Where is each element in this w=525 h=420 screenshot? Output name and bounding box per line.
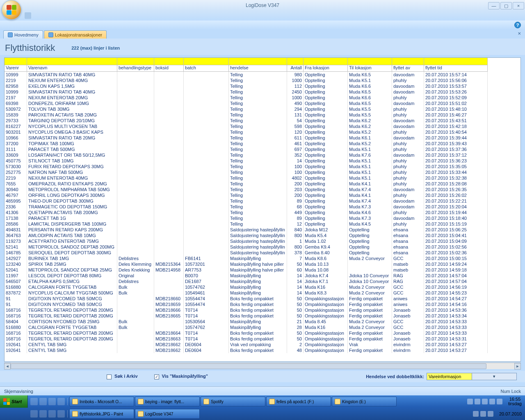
table-row[interactable]: 82958EXELON KAPS 1,5MGTelling112Opptelli… <box>5 83 520 89</box>
ql-icon[interactable] <box>30 410 38 418</box>
table-row[interactable]: 546507ETALPHA KAPS 0,5MCGDeblistresDE168… <box>5 278 520 284</box>
column-filter-cell[interactable] <box>424 58 488 65</box>
qat-item[interactable] <box>25 12 31 19</box>
taskbar-app-button[interactable]: flytthistorikk.JPG - Paint <box>69 409 134 419</box>
taskbar-app-button[interactable]: Kingston (E:) <box>332 397 397 406</box>
column-header[interactable]: Antall <box>287 65 304 72</box>
column-filter-cell[interactable] <box>27 58 117 65</box>
table-row[interactable]: 30940METOPROLOL NMPHARMA TAB 50MGTelling… <box>5 187 520 192</box>
table-row[interactable]: 69398DONEPEZIL ORIFARM 10MGTelling490Opp… <box>5 100 520 106</box>
scroll-left-arrow[interactable]: ◄ <box>4 363 11 370</box>
column-header[interactable]: Varenavn <box>27 65 117 72</box>
table-row[interactable]: 11997LESCOL DEPOT DEPOTTAB 80MGOriginalB… <box>5 273 520 278</box>
table-row[interactable]: 7655OMEPRAZOL RATIO ENTKAPS 20MGTelling2… <box>5 181 520 187</box>
ql-icon[interactable] <box>57 410 65 418</box>
table-row[interactable]: 816227NYCOPLUS MULTI VOKSEN TABTelling59… <box>5 123 520 129</box>
table-row[interactable]: 142927BURINEX TAB 1MGDeblistresFB6141Mas… <box>5 256 520 261</box>
column-header[interactable]: boksid <box>154 65 184 72</box>
show-fill-checkbox[interactable] <box>154 374 159 379</box>
column-header[interactable]: flyttet av <box>392 65 424 72</box>
column-filter-cell[interactable] <box>184 58 229 65</box>
table-row[interactable]: 46797ORFIRIL LONG DEPOTKAPS 300MGTelling… <box>5 192 520 198</box>
table-row[interactable]: 450775STILNOCT TAB 10MGTelling14Opptelli… <box>5 158 520 164</box>
table-row[interactable]: 516880CALCIGRAN FORTE TYGGETABBulk105747… <box>5 324 520 330</box>
table-row[interactable]: 168716TEGRETOL RETARD DEPOTTAB 200MGMDB2… <box>5 313 520 319</box>
minimize-button[interactable]: — <box>488 2 500 9</box>
ql-icon[interactable] <box>57 398 65 405</box>
taskbar-app-button[interactable]: LogiDose V347 <box>135 409 200 419</box>
table-row[interactable]: 10999SIMVASTATIN RATIO TAB 40MGTelling24… <box>5 89 520 95</box>
table-row[interactable]: 2336TRAMAGETIC OD DEPOTTAB 150MGTelling6… <box>5 204 520 210</box>
scroll-thumb[interactable] <box>11 363 486 369</box>
table-row[interactable]: 52041METOPROLOL SANDOZ DEPTAB 25MGDeles … <box>5 267 520 273</box>
grid-body[interactable]: 10999SIMVASTATIN RATIO TAB 40MGTelling98… <box>5 72 520 361</box>
column-header[interactable]: flyttet tid <box>424 65 488 72</box>
column-filter-cell[interactable] <box>287 58 304 65</box>
tray-icon[interactable] <box>497 399 502 404</box>
ql-icon[interactable] <box>39 410 47 418</box>
column-filter-cell[interactable] <box>348 58 392 65</box>
table-row[interactable]: 29733TARGINIQ DEPOTTAB 20/10MGTelling54O… <box>5 118 520 123</box>
table-row[interactable]: 252775NATRON NAF TAB 500MGTelling100Oppt… <box>5 169 520 175</box>
table-row[interactable]: 91DIGITOXIN NYCOMED TAB 50MCGMDB21866010… <box>5 296 520 301</box>
column-header[interactable]: Varenr <box>5 65 27 72</box>
table-row[interactable]: 364763AMLODIPIN ACTAVIS TAB 10MGSaldojus… <box>5 233 520 238</box>
table-row[interactable]: 28586LAMICTAL DISPERGERB TAB 100MGTellin… <box>5 221 520 227</box>
taskbar-app-button[interactable]: felles på apodc1 (F:) <box>266 397 331 406</box>
table-row[interactable]: 837872NYCOPLUS CALCIUM TYGGTAB 500MGBulk… <box>5 290 520 296</box>
table-row[interactable]: 168716TEGRETOL RETARD DEPOTTAB 200MGMDB2… <box>5 307 520 313</box>
office-orb-button[interactable] <box>2 0 21 20</box>
column-header[interactable]: behandlingstype <box>117 65 154 72</box>
table-row[interactable]: 17138PARACET TAB 1GTelling89OpptellingMu… <box>5 215 520 221</box>
ql-icon[interactable] <box>30 398 38 405</box>
table-row[interactable]: 119273ACETYRATIO ENTEROTAB 75MGSaldojust… <box>5 238 520 244</box>
table-row[interactable]: 33609LOSARTAN/HCT ORI TAB 50/12,5MGTelli… <box>5 152 520 158</box>
help-icon[interactable]: ? <box>514 22 521 28</box>
table-row[interactable]: 168716TEGRETOL RETARD DEPOTTAB 200MGMDB2… <box>5 330 520 336</box>
table-row[interactable]: 2219NEXIUM ENTEROTAB 40MGTelling4802Oppt… <box>5 175 520 181</box>
tray-icon[interactable] <box>482 399 488 404</box>
table-row[interactable]: 123240SPIRIX TAB 25MGDeles KlemmingMDB21… <box>5 261 520 267</box>
table-row[interactable]: 516880CALCIGRAN FORTE TYGGETABBulk105747… <box>5 284 520 290</box>
archive-checkbox[interactable] <box>107 374 112 379</box>
taskbar-clock[interactable]: 16:55 tirsdag <box>505 397 525 406</box>
start-button[interactable]: Start <box>0 395 28 408</box>
column-filter-cell[interactable] <box>154 58 184 65</box>
table-row[interactable]: 91DIGITOXIN NYCOMED TAB 50MCGMDB21865910… <box>5 301 520 307</box>
table-row[interactable]: 15839PAROXETIN ACTAVIS TAB 20MGTelling13… <box>5 112 520 118</box>
column-header[interactable]: Til lokasjon <box>348 65 392 72</box>
tray-icon[interactable] <box>480 411 486 417</box>
dblclick-combo[interactable]: Vareinformasjon ▼ <box>427 373 517 380</box>
taskbar-app-button[interactable]: Innboks - Microsoft O... <box>69 397 134 406</box>
column-header[interactable]: hendelse <box>229 65 287 72</box>
tab-close-button[interactable]: × <box>518 30 521 37</box>
tray-icon[interactable] <box>489 399 495 404</box>
table-row[interactable]: 41306QUETIAPIN ACTAVIS TAB 200MGTelling4… <box>5 210 520 215</box>
table-row[interactable]: 903201NYCOPLUS OMEGA-3 BASIC KAPSTelling… <box>5 129 520 135</box>
column-filter-cell[interactable] <box>392 58 424 65</box>
table-row[interactable]: 530972TOLVON TAB 30MGTelling294Opptellin… <box>5 106 520 112</box>
table-row[interactable]: 52141METOPROLOL SANDOZ DEPTAB 200MGSaldo… <box>5 244 520 250</box>
table-row[interactable]: 485995THEO-DUR DEPOTTAB 300MGTelling89Op… <box>5 198 520 204</box>
grid-filter-blank-row[interactable] <box>5 58 520 65</box>
close-button[interactable]: × <box>513 2 524 9</box>
tray-icon[interactable] <box>488 411 493 417</box>
table-row[interactable]: 10966SIMVASTATIN RATIO TAB 20MGTelling61… <box>5 135 520 141</box>
column-filter-cell[interactable] <box>117 58 154 65</box>
tab-lokasjonstransaksjoner[interactable]: Lokasjonstransaksjoner <box>44 30 107 39</box>
table-row[interactable]: 146785SEROQUEL DEPOT DEPOTTAB 300MGSaldo… <box>5 250 520 256</box>
column-header[interactable]: batch <box>184 65 229 72</box>
tab-hovedmeny[interactable]: Hovedmeny <box>3 30 43 39</box>
table-row[interactable]: 192641CENTYL TAB 5MGMDB218662DE0604Boks … <box>5 347 520 353</box>
ql-icon[interactable] <box>48 410 56 418</box>
table-row[interactable]: 168716TEGRETOL RETARD DEPOTTAB 200MGMDB2… <box>5 336 520 342</box>
tray-icon[interactable] <box>473 411 479 417</box>
taskbar-app-button[interactable]: Spotify <box>201 397 265 406</box>
tray-icon[interactable] <box>467 399 473 404</box>
table-row[interactable]: 58404CORTISON NYCOMED TAB 25MGBulk105305… <box>5 319 520 324</box>
table-row[interactable]: 2219NEXIUM ENTEROTAB 40MGTelling1000Oppt… <box>5 78 520 83</box>
tray-icon[interactable] <box>475 399 480 404</box>
table-row[interactable]: 192641CENTYL TAB 5MGMDB218662DE0604Vrak … <box>5 342 520 347</box>
taskbar-app-button[interactable]: baying - image: flytt... <box>135 397 200 406</box>
horizontal-scrollbar[interactable]: ◄ ► <box>4 363 521 369</box>
